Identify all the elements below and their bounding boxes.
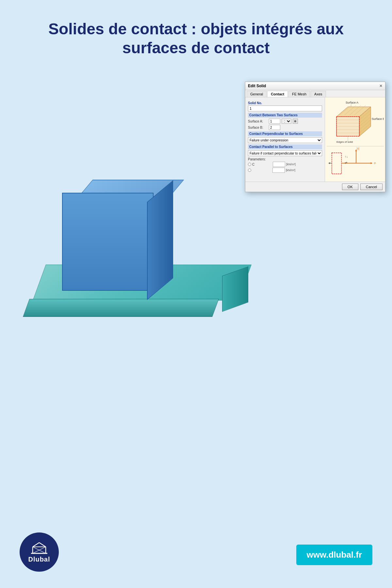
surface-b-label: Surface B: [248,126,268,129]
tab-femesh[interactable]: FE Mesh [288,91,310,97]
tab-axes[interactable]: Axes [311,91,326,97]
surface-b-input[interactable] [269,125,280,130]
surface-b-row: Surface B: [248,125,322,130]
param-unit2: [kN/m²] [286,169,295,172]
svg-line-43 [33,543,39,547]
dialog-left-panel: Solid No. Contact Between Two Surfaces S… [245,97,325,182]
param-c-row: C [kN/m³] [248,162,322,167]
param-c-value[interactable] [273,162,285,167]
close-button[interactable]: ✕ [379,84,383,88]
cube-front [62,193,154,291]
dlubal-logo: Dlubal [20,532,59,572]
param-val2[interactable] [272,168,285,173]
diagram-top: Surface A Surface B Edges of solid [327,99,384,146]
param-c-label: C [252,163,272,166]
diagram-bottom: ↑↓ ⇌ σ |τ| [327,146,384,180]
perp-section: Contact Perpendicular to Surfaces [248,131,322,136]
blue-cube [62,180,173,291]
surface-a-input[interactable] [269,119,280,124]
solid-no-label: Solid No. [248,101,322,105]
diagram-bottom-svg: ↑↓ ⇌ σ |τ| [327,146,384,180]
svg-text:Edges of solid: Edges of solid [336,140,353,143]
parallel-section: Contact Parallel to Surfaces [248,144,322,149]
logo-icon [29,541,49,556]
website-badge[interactable]: www.dlubal.fr [296,545,372,565]
param-c-radio[interactable] [248,163,251,166]
dialog-title: Edit Solid [248,84,266,88]
title-section: Solides de contact : objets intégrés aux… [0,0,392,70]
website-url: www.dlubal.fr [307,550,362,560]
3d-scene [16,91,261,336]
perp-dropdown[interactable]: Failure under compression [248,137,322,143]
edit-solid-dialog: Edit Solid ✕ General Contact FE Mesh Axe… [245,82,385,192]
svg-text:Surface A: Surface A [346,101,358,104]
dialog-right-panel: Surface A Surface B Edges of solid [325,97,385,182]
surface-a-row: Surface A: 1 ⊕ [248,119,322,124]
dialog-tabs: General Contact FE Mesh Axes [245,90,385,97]
page-title: Solides de contact : objets intégrés aux… [26,20,366,57]
parallel-dropdown[interactable]: Failure if contact perpendicular to surf… [248,150,322,156]
svg-text:|τ|: |τ| [356,147,359,150]
surface-a-select[interactable]: 1 [282,119,291,124]
svg-line-44 [39,543,46,547]
params-label: Parameters: [248,157,322,161]
tab-contact[interactable]: Contact [267,91,288,97]
tab-general[interactable]: General [247,91,267,97]
dialog-main: Solid No. Contact Between Two Surfaces S… [245,97,385,182]
logo-section: Dlubal [20,532,59,572]
svg-text:σ: σ [374,161,376,165]
dialog-body: Solid No. Contact Between Two Surfaces S… [245,97,385,192]
logo-text: Dlubal [28,556,50,563]
param-radio2[interactable] [248,169,251,172]
param-row2: [kN/m²] [248,168,322,173]
plate-front [23,299,219,317]
surface-a-label: Surface A: [248,120,268,123]
param-unit1: [kN/m³] [286,163,296,166]
diagram-top-svg: Surface A Surface B Edges of solid [327,99,384,146]
ok-button[interactable]: OK [342,184,358,190]
svg-text:⇌: ⇌ [345,161,347,165]
svg-text:Surface B: Surface B [372,117,384,121]
svg-text:↑↓: ↑↓ [345,155,348,158]
contact-between-section: Contact Between Two Surfaces [248,113,322,118]
solid-no-input[interactable] [248,106,322,111]
surface-a-pick-button[interactable]: ⊕ [293,119,298,124]
dialog-footer: OK Cancel [245,182,385,192]
cancel-button[interactable]: Cancel [360,184,383,190]
dialog-titlebar: Edit Solid ✕ [245,82,385,90]
